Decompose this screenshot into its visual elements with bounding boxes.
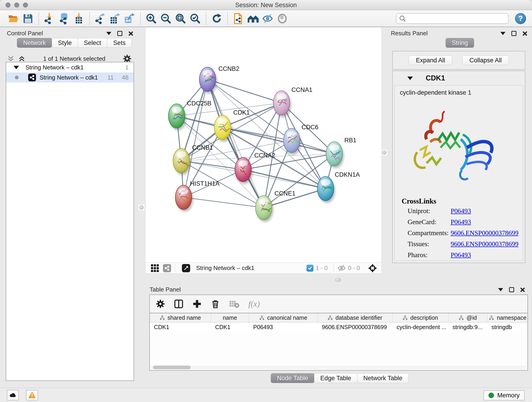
- network-node-CDC6[interactable]: [283, 128, 301, 155]
- pan-crosshair-icon[interactable]: [368, 263, 377, 273]
- table-horizontal-scrollbar[interactable]: [151, 366, 526, 369]
- panel-float-icon[interactable]: [509, 287, 514, 292]
- import-network-database-button[interactable]: [58, 12, 70, 25]
- crosslink-link[interactable]: 9606.ENSP00000378699: [451, 240, 519, 248]
- import-network-file-button[interactable]: [44, 12, 56, 25]
- export-image-button[interactable]: [124, 12, 136, 25]
- network-node-RB1[interactable]: [326, 142, 344, 168]
- network-edge-CCNA2-CDKN1A[interactable]: [243, 170, 326, 189]
- network-node-CCNB1[interactable]: [173, 148, 191, 175]
- hidden-eye-slash-icon[interactable]: [337, 264, 346, 272]
- table-cell[interactable]: stringdb: [487, 322, 528, 332]
- collapse-all-button[interactable]: Collapse All: [462, 56, 509, 65]
- panel-close-icon[interactable]: [128, 31, 133, 36]
- network-view[interactable]: CCNB2CCNA1CDC25BCDK1CDC6RB1CCNB1CCNA2CDK…: [145, 27, 382, 274]
- tab-edge-table[interactable]: Edge Table: [314, 373, 357, 383]
- tab-sets[interactable]: Sets: [107, 38, 132, 48]
- network-edge-CCNB2-CCNA1[interactable]: [208, 79, 282, 103]
- selected-checkbox[interactable]: [307, 265, 313, 272]
- delete-table-icon[interactable]: [229, 299, 239, 309]
- delete-column-icon[interactable]: [211, 299, 220, 308]
- tab-network-table[interactable]: Network Table: [357, 373, 409, 383]
- clone-network-button[interactable]: [232, 12, 244, 25]
- column-header-namespace[interactable]: namespace: [487, 313, 528, 322]
- column-header-name[interactable]: name: [211, 313, 249, 322]
- table-options-gear-icon[interactable]: [156, 299, 165, 308]
- table-cell[interactable]: P06493: [249, 322, 318, 332]
- crosslink-link[interactable]: P06493: [451, 207, 471, 215]
- panel-float-icon[interactable]: [511, 31, 516, 36]
- network-node-CCNB2[interactable]: [199, 67, 217, 94]
- tab-style[interactable]: Style: [52, 38, 78, 48]
- birds-eye-view-icon[interactable]: [151, 264, 159, 273]
- column-header-database-identifier[interactable]: database identifier: [318, 313, 393, 322]
- network-collection-row[interactable]: String Network – cdk1 1: [6, 62, 133, 72]
- help-button[interactable]: ?: [515, 13, 526, 24]
- network-node-HIST1H1A[interactable]: [175, 185, 193, 212]
- network-edge-HIST1H1A-CCNE1[interactable]: [184, 197, 264, 208]
- open-session-button[interactable]: [7, 12, 19, 25]
- column-header-canonical-name[interactable]: canonical name: [249, 313, 318, 322]
- warnings-button[interactable]: [26, 390, 38, 400]
- string-app-icon[interactable]: [163, 264, 171, 272]
- zoom-in-button[interactable]: [145, 12, 157, 25]
- expand-all-button[interactable]: Expand All: [409, 56, 452, 65]
- panel-close-icon[interactable]: [520, 287, 525, 292]
- collection-expander-icon[interactable]: [13, 66, 19, 69]
- search-input[interactable]: [408, 15, 505, 22]
- network-node-CDKN1A[interactable]: [317, 177, 335, 203]
- cloud-status-button[interactable]: [7, 390, 19, 400]
- panel-menu-icon[interactable]: [500, 32, 505, 35]
- expand-all-icon[interactable]: [18, 55, 26, 63]
- tab-network[interactable]: Network: [17, 38, 52, 48]
- function-builder-icon[interactable]: f(x): [248, 299, 260, 309]
- toolbar-search[interactable]: [396, 13, 509, 24]
- table-row[interactable]: CDK1CDK1P064939606.ENSP00000378699cyclin…: [150, 322, 527, 332]
- panel-menu-icon[interactable]: [106, 32, 111, 35]
- show-button[interactable]: [276, 12, 288, 25]
- scrollbar-thumb[interactable]: [153, 366, 191, 369]
- add-column-icon[interactable]: [192, 299, 202, 308]
- collapse-all-icon[interactable]: [7, 55, 15, 63]
- left-splitter-handle[interactable]: [138, 204, 145, 211]
- memory-button[interactable]: Memory: [483, 390, 525, 400]
- tab-string[interactable]: String: [446, 38, 474, 48]
- table-cell[interactable]: CDK1: [150, 322, 211, 332]
- open-in-window-icon[interactable]: [182, 264, 190, 272]
- control-panel-tabs: NetworkStyleSelectSets: [17, 38, 132, 48]
- export-network-button[interactable]: [94, 12, 106, 25]
- table-cell[interactable]: cyclin-dependent ...: [393, 322, 448, 332]
- panel-float-icon[interactable]: [117, 31, 122, 36]
- table-cell[interactable]: 9606.ENSP00000378699: [318, 322, 393, 332]
- zoom-out-button[interactable]: [160, 12, 172, 25]
- import-table-file-button[interactable]: [73, 12, 85, 25]
- hide-unhide-button[interactable]: [262, 12, 273, 25]
- refresh-button[interactable]: [211, 12, 223, 25]
- panel-close-icon[interactable]: [522, 31, 527, 36]
- zoom-fit-button[interactable]: [175, 12, 186, 25]
- crosslink-link[interactable]: P06493: [451, 218, 471, 226]
- right-splitter-handle[interactable]: [381, 149, 388, 156]
- network-node-CCNE1[interactable]: [255, 196, 273, 222]
- export-table-button[interactable]: [109, 12, 121, 25]
- protein-section-header[interactable]: CDK1: [393, 71, 525, 85]
- crosslink-link[interactable]: P06493: [451, 251, 471, 259]
- show-columns-icon[interactable]: [174, 299, 183, 308]
- column-header-shared-name[interactable]: shared name: [150, 313, 211, 322]
- network-row[interactable]: String Network – cdk1 11 48: [6, 72, 133, 83]
- home-view-button[interactable]: [247, 12, 259, 25]
- horizontal-splitter-handle[interactable]: [335, 278, 341, 282]
- network-graph[interactable]: CCNB2CCNA1CDC25BCDK1CDC6RB1CCNB1CCNA2CDK…: [146, 27, 381, 262]
- table-cell[interactable]: CDK1: [211, 322, 249, 332]
- section-expander-icon[interactable]: [407, 77, 413, 80]
- tab-node-table[interactable]: Node Table: [271, 373, 314, 383]
- column-header-@id[interactable]: @id: [448, 313, 487, 322]
- crosslink-link[interactable]: 9606.ENSP00000378699: [451, 229, 519, 237]
- tab-select[interactable]: Select: [78, 38, 107, 48]
- panel-menu-icon[interactable]: [498, 288, 503, 291]
- column-header-description[interactable]: description: [393, 313, 448, 322]
- network-edge-CCNB2-CCNE1[interactable]: [208, 79, 264, 208]
- table-cell[interactable]: stringdb:9...: [448, 322, 487, 332]
- zoom-selected-button[interactable]: [189, 12, 201, 25]
- save-session-button[interactable]: [22, 12, 34, 25]
